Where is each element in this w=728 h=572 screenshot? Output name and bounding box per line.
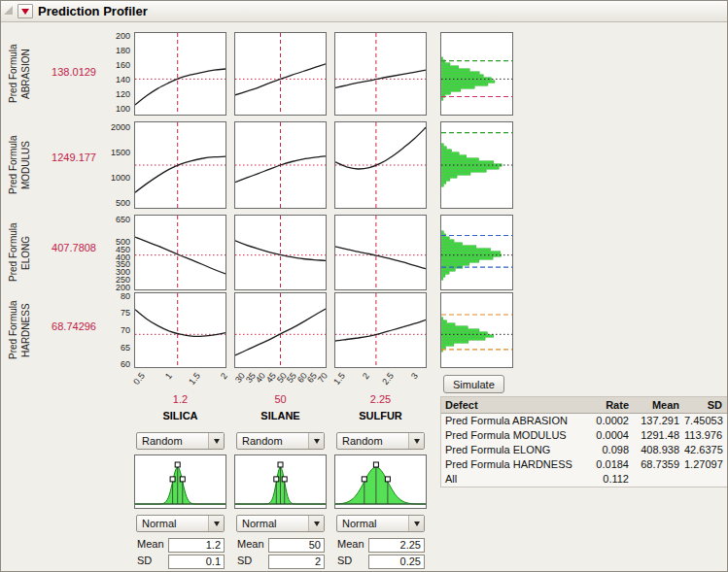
defect-table-cell: All (441, 472, 587, 487)
random-dropdown-SULFUR[interactable]: Random (336, 432, 425, 450)
defect-table-header-rate: Rate (587, 397, 634, 413)
simulation-histogram-HARDNESS[interactable] (440, 292, 513, 368)
factor-name-SULFUR: SULFUR (334, 410, 427, 421)
chevron-down-icon[interactable] (308, 433, 324, 449)
response-label-line: MODULUS (19, 121, 32, 209)
mean-input-SILANE[interactable]: 50 (268, 538, 325, 553)
simulate-button[interactable]: Simulate (443, 375, 504, 393)
plot-canvas (235, 455, 326, 508)
plot-canvas (441, 122, 512, 208)
distribution-dropdown-SILICA[interactable]: Normal (136, 515, 225, 532)
profile-cell-MODULUS-SILANE[interactable] (234, 121, 327, 209)
dropdown-selected-label: Random (237, 435, 308, 447)
chevron-down-icon[interactable] (208, 433, 224, 449)
distribution-dropdown-SILANE[interactable]: Normal (236, 515, 325, 532)
response-current-value-HARDNESS[interactable]: 68.74296 (40, 320, 96, 332)
y-axis-tick-label: 75 (99, 308, 130, 318)
profile-cell-HARDNESS-SULFUR[interactable] (334, 292, 427, 368)
simulation-histogram-ABRASION[interactable] (440, 32, 513, 116)
response-label-line: Pred Formula (7, 292, 19, 368)
mean-input-SULFUR[interactable]: 2.25 (368, 538, 425, 553)
defect-table-cell (684, 472, 727, 487)
profile-cell-ABRASION-SULFUR[interactable] (334, 32, 427, 116)
chevron-down-icon[interactable] (308, 516, 324, 531)
y-axis-tick-label: 1000 (99, 173, 130, 183)
factor-current-value-SILANE[interactable]: 50 (234, 393, 327, 405)
response-label-ELONG: Pred FormulaELONG (4, 215, 35, 290)
defect-table-cell: 0.112 (587, 472, 634, 487)
sd-input-SILANE[interactable]: 2 (268, 555, 325, 569)
plot-canvas (441, 293, 512, 367)
plot-canvas (335, 455, 426, 508)
y-axis-tick-label: 70 (99, 325, 130, 335)
y-axis-tick-label: 140 (99, 75, 130, 84)
defect-table-row: Pred Formula HARDNESS0.018468.73591.2709… (441, 457, 727, 472)
defect-table-cell: 0.098 (587, 443, 634, 457)
simulation-histogram-MODULUS[interactable] (440, 121, 513, 209)
profile-cell-ABRASION-SILICA[interactable] (134, 32, 226, 116)
chevron-down-icon[interactable] (408, 516, 424, 531)
plot-canvas (335, 122, 426, 208)
profile-cell-ELONG-SULFUR[interactable] (334, 215, 427, 290)
defect-table-cell: 1291.48 (634, 428, 684, 443)
plot-canvas (441, 33, 512, 115)
y-axis-tick-label: 650 (99, 215, 130, 224)
y-axis-tick-label: 80 (99, 291, 130, 301)
chevron-down-icon[interactable] (208, 516, 224, 531)
defect-table-cell: 7.45053 (684, 414, 727, 428)
defect-table-cell: 42.6375 (684, 443, 727, 457)
response-label-line: Pred Formula (7, 215, 19, 290)
defect-table-cell: Pred Formula ELONG (441, 443, 587, 457)
dropdown-selected-label: Normal (137, 518, 208, 529)
profile-cell-ELONG-SILICA[interactable] (134, 215, 226, 290)
factor-distribution-plot-SILICA[interactable] (134, 454, 226, 509)
profile-cell-MODULUS-SULFUR[interactable] (334, 121, 427, 209)
factor-current-value-SULFUR[interactable]: 2.25 (334, 393, 427, 405)
mean-input-SILICA[interactable]: 1.2 (168, 538, 225, 553)
y-axis-tick-label: 500 (99, 198, 130, 208)
profile-cell-ELONG-SILANE[interactable] (234, 215, 327, 290)
factor-distribution-plot-SULFUR[interactable] (334, 454, 427, 509)
plot-canvas (441, 216, 512, 289)
defect-table-row: Pred Formula ABRASION0.0002137.2917.4505… (441, 414, 727, 428)
mean-label-SILICA: Mean (137, 538, 164, 550)
sd-input-SULFUR[interactable]: 0.25 (368, 555, 425, 569)
y-axis-tick-label: 1500 (99, 148, 130, 157)
defect-report-table: DefectRateMeanSDPred Formula ABRASION0.0… (440, 396, 728, 488)
sd-input-SILICA[interactable]: 0.1 (168, 555, 225, 569)
simulation-histogram-ELONG[interactable] (440, 215, 513, 290)
factor-name-SILANE: SILANE (234, 410, 327, 421)
random-dropdown-SILICA[interactable]: Random (136, 432, 225, 450)
defect-table-row: All0.112 (441, 472, 727, 487)
profile-cell-HARDNESS-SILICA[interactable] (134, 292, 226, 368)
defect-table-cell: 0.0002 (587, 414, 634, 428)
response-label-HARDNESS: Pred FormulaHARDNESS (4, 292, 35, 368)
plot-canvas (335, 216, 426, 289)
profile-cell-MODULUS-SILICA[interactable] (134, 121, 226, 209)
factor-distribution-plot-SILANE[interactable] (234, 454, 327, 509)
y-axis-tick-label: 65 (99, 343, 130, 353)
profile-cell-ABRASION-SILANE[interactable] (234, 32, 327, 116)
defect-table-row: Pred Formula MODULUS0.00041291.48113.976 (441, 428, 727, 443)
response-label-line: ABRASION (19, 32, 32, 116)
defect-table-header-row: DefectRateMeanSD (441, 397, 727, 414)
defect-table-cell: 137.291 (634, 414, 684, 428)
plot-canvas (235, 122, 326, 208)
chevron-down-icon[interactable] (408, 433, 424, 449)
factor-current-value-SILICA[interactable]: 1.2 (134, 393, 226, 405)
defect-table-cell: 1.27097 (684, 457, 727, 472)
response-label-ABRASION: Pred FormulaABRASION (4, 32, 35, 116)
defect-table-header-sd: SD (684, 397, 727, 413)
distribution-dropdown-SULFUR[interactable]: Normal (336, 515, 425, 532)
dropdown-selected-label: Normal (237, 518, 308, 529)
response-current-value-ELONG[interactable]: 407.7808 (40, 242, 96, 253)
response-current-value-MODULUS[interactable]: 1249.177 (40, 151, 96, 163)
plot-canvas (135, 122, 225, 208)
plot-canvas (235, 293, 326, 367)
profile-cell-HARDNESS-SILANE[interactable] (234, 292, 327, 368)
plot-canvas (135, 455, 225, 508)
response-label-line: Pred Formula (7, 32, 19, 116)
response-current-value-ABRASION[interactable]: 138.0129 (40, 66, 96, 78)
random-dropdown-SILANE[interactable]: Random (236, 432, 325, 450)
defect-table-cell: Pred Formula ABRASION (441, 414, 587, 428)
